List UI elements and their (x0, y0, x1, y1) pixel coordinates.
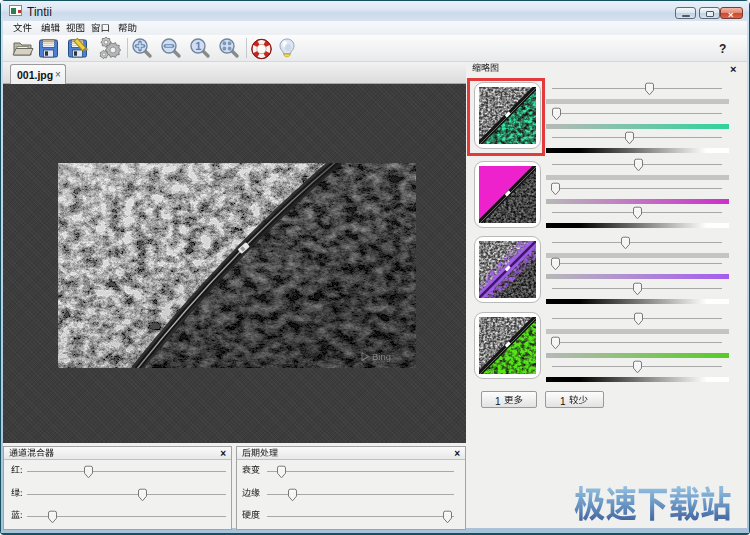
svg-text:1: 1 (195, 40, 201, 52)
svg-text:Bing: Bing (372, 351, 391, 362)
